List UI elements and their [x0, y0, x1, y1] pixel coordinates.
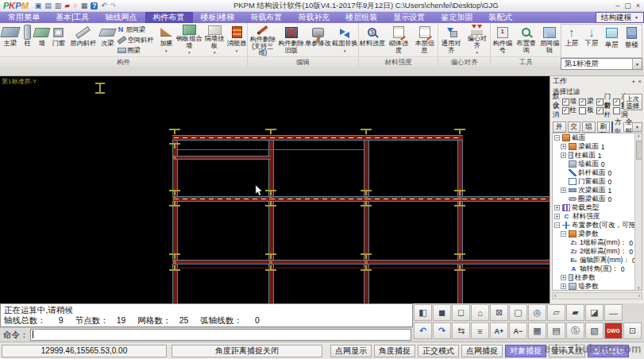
floor-selector[interactable]: 第1标准层 ▼	[561, 58, 642, 70]
expand-icon[interactable]: +	[561, 144, 566, 149]
inter-story-beam-button[interactable]: N 层间梁	[118, 25, 157, 34]
material-strength-button[interactable]: S 材料强度	[359, 23, 386, 57]
floor-down-button[interactable]: ↓ 下层	[584, 26, 598, 48]
inter-story-edit-button[interactable]: 层间编辑	[538, 23, 561, 57]
column-line[interactable]	[268, 135, 274, 303]
masonry-strength-button[interactable]: 砌体强度	[386, 23, 412, 57]
steel-plate-wall-button[interactable]: 钢板组合墙 ▼	[175, 23, 202, 57]
expand-icon[interactable]: +	[554, 205, 560, 210]
tree-item[interactable]: + 荷载类型	[553, 203, 642, 212]
column-line[interactable]	[364, 135, 369, 303]
collapse-icon[interactable]: −	[561, 231, 566, 237]
checkbox-brace[interactable]: ✓	[596, 107, 604, 114]
render-brush-icon[interactable]: ▰	[566, 304, 584, 321]
story-info-button[interactable]: 本层信息	[411, 23, 438, 57]
modify-parameter-button[interactable]: 单参修改	[304, 23, 331, 57]
layers-icon[interactable]: ≡	[471, 322, 489, 339]
view-box-icon[interactable]: ▢	[509, 304, 527, 321]
collapse-icon[interactable]: −	[554, 135, 560, 141]
close-icon[interactable]: ×	[638, 78, 642, 85]
intersect-button[interactable]: 交	[568, 122, 581, 133]
tab-common-menu[interactable]: 常用菜单	[0, 12, 48, 23]
eccentric-align-button[interactable]: 偏心对齐 ▼	[465, 23, 491, 57]
maximize-button[interactable]: ▢	[624, 2, 631, 10]
tree-item[interactable]: + 柱参数	[553, 273, 642, 282]
column-line[interactable]	[172, 135, 178, 303]
main-beam-button[interactable]: 主梁	[0, 23, 21, 57]
tree-horizontal-scrollbar[interactable]: ‹ ›	[552, 292, 642, 299]
tab-appraisal-strengthen[interactable]: 鉴定加固	[433, 12, 480, 23]
grid-display-toggle[interactable]: 点网显示	[330, 345, 372, 357]
tree-vertical-scrollbar[interactable]: ∧ ∨	[634, 133, 642, 290]
tree-item[interactable]: + C 材料强度	[553, 212, 642, 221]
save-icon[interactable]: ▣	[35, 2, 42, 10]
tab-prefab[interactable]: 装配式	[480, 12, 520, 23]
mid-beam[interactable]	[172, 196, 550, 202]
tab-load-layout[interactable]: 荷载布置	[242, 12, 290, 23]
ring-beam-button[interactable]: 圈梁	[118, 45, 157, 55]
in-story-brace-button[interactable]: 层内斜杆	[68, 23, 98, 57]
last-selection-button[interactable]: 上次选择	[623, 94, 642, 110]
redo-icon[interactable]: ↷	[433, 322, 451, 339]
view-prev-icon[interactable]: ⇆	[452, 322, 470, 339]
tree-item[interactable]: + 次梁截面 1	[553, 186, 642, 195]
tree-item[interactable]: 斜杆截面 0	[553, 168, 642, 177]
haunch-button[interactable]: 加腋 ▼	[156, 23, 175, 57]
tree-item[interactable]: 门窗截面 0	[553, 177, 642, 186]
refresh-icon[interactable]: ○	[73, 2, 77, 10]
tab-load-supplement[interactable]: 荷载补充	[290, 12, 337, 23]
tree-item[interactable]: Ec 偏轴距离(mm)： 0	[553, 256, 642, 264]
wall-button[interactable]: 墙	[35, 23, 49, 57]
angle-snap-toggle[interactable]: 角度捕捉	[374, 345, 415, 357]
work-tree[interactable]: − 截面 + 梁截面 1 + 柱截面 1 墙截面 0 斜杆截面 0 门窗截面	[552, 133, 642, 291]
command-input[interactable]	[30, 329, 412, 341]
redo-icon[interactable]: ↷	[110, 2, 117, 10]
undo-icon[interactable]: ↶	[101, 2, 107, 10]
capture-icon[interactable]: ▰	[64, 2, 70, 10]
doc-edit-icon[interactable]: ▤	[547, 322, 565, 339]
tree-item[interactable]: A 轴转角(度)： 0	[553, 264, 642, 273]
scroll-up-icon[interactable]: ∧	[637, 133, 640, 138]
checkbox-slab[interactable]	[579, 107, 586, 114]
lower-beam[interactable]	[172, 260, 550, 264]
tab-display-settings[interactable]: 显示设置	[385, 12, 433, 23]
expand-icon[interactable]: +	[561, 284, 566, 289]
print-icon[interactable]: ▥	[55, 2, 62, 10]
minimize-button[interactable]: –	[615, 2, 619, 10]
partition-panel-button[interactable]: 隔墙挂板 ▼	[202, 23, 226, 57]
filter-clear-button[interactable]: 全消	[553, 101, 560, 120]
tree-item[interactable]: Z1 1端标高(mm)： 0	[553, 238, 642, 247]
help-icon[interactable]: ?	[91, 2, 98, 10]
tree-item[interactable]: + 梁截面 1	[553, 142, 642, 151]
scroll-right-icon[interactable]: ›	[638, 293, 640, 299]
module-selector[interactable]: 结构建模 ▼	[596, 12, 644, 23]
object-snap-toggle[interactable]: 对象捕捉	[505, 345, 546, 357]
delete-component-3d-button[interactable]: 构件删除(支持三维)	[248, 23, 278, 57]
tree-item[interactable]: − 截面	[553, 133, 642, 142]
single-story-button[interactable]: 单层	[605, 26, 619, 50]
tree-item[interactable]: + 柱截面 1	[553, 151, 642, 160]
modify-tool-icon[interactable]: ◪	[585, 304, 604, 321]
checkbox-column[interactable]: ✓	[562, 107, 569, 114]
expand-icon[interactable]: +	[554, 214, 560, 219]
general-align-button[interactable]: 通用对齐	[438, 23, 465, 57]
ortho-mode-toggle[interactable]: 正交模式	[418, 345, 459, 357]
checkbox-door-window[interactable]: ✓	[596, 98, 604, 106]
view-orbit-icon[interactable]: ◎	[528, 304, 546, 321]
expand-icon[interactable]: +	[561, 152, 566, 158]
roof-beam[interactable]	[172, 135, 463, 141]
font-increase-icon[interactable]: A+	[490, 322, 508, 339]
scroll-down-icon[interactable]: ∨	[637, 285, 640, 290]
view-plane-icon[interactable]: ▱	[547, 304, 565, 321]
refresh-button[interactable]: 刷新	[597, 122, 611, 133]
checkbox-beam[interactable]: ✓	[579, 98, 586, 106]
component-number-button[interactable]: 1 构件编号	[491, 23, 515, 57]
zoom-select-icon[interactable]: ⊡	[623, 322, 642, 339]
dwg-export-icon[interactable]: DWG	[604, 322, 623, 339]
material-query-icon[interactable]: Ⓢ	[566, 322, 584, 339]
scroll-left-icon[interactable]: ‹	[554, 293, 556, 299]
note-edit-icon[interactable]: ▧	[585, 322, 604, 339]
direction-selector[interactable]: 全部 ▼	[623, 122, 643, 132]
window-layout-icon[interactable]: ▦	[81, 2, 88, 10]
pin-icon[interactable]: ▪	[632, 78, 634, 85]
